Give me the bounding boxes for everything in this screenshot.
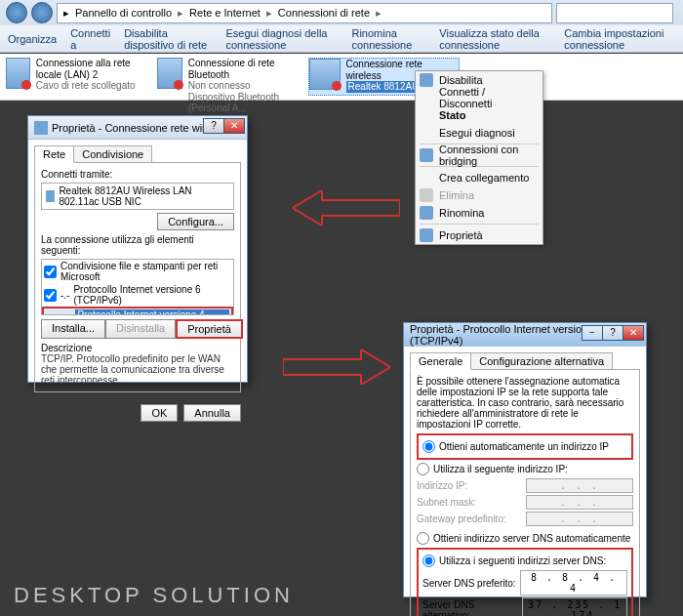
arrow-right-icon bbox=[283, 349, 390, 385]
properties-icon bbox=[420, 228, 433, 242]
arrow-left-icon bbox=[293, 190, 400, 226]
intro-text: È possibile ottenere l'assegnazione auto… bbox=[417, 376, 633, 430]
search-input[interactable] bbox=[556, 3, 673, 23]
connection-bluetooth[interactable]: Connessione di rete BluetoothNon conness… bbox=[157, 58, 308, 96]
desc-text: TCP/IP. Protocollo predefinito per le WA… bbox=[41, 353, 234, 386]
label-connetti-tramite: Connetti tramite: bbox=[41, 169, 234, 180]
ip-field: . . . bbox=[526, 478, 633, 493]
connection-lan[interactable]: Connessione alla rete locale (LAN) 2Cavo… bbox=[6, 58, 157, 96]
properties-window-wireless: Proprietà - Connessione rete wireless ? … bbox=[27, 115, 248, 383]
network-icon bbox=[309, 59, 341, 90]
disinstalla-button: Disinstalla bbox=[105, 319, 176, 339]
list-item-ipv4: -.-Protocollo Internet versione 4 (TCP/I… bbox=[42, 307, 233, 315]
address-bar[interactable]: ▸ Pannello di controllo▸ Rete e Internet… bbox=[57, 3, 552, 23]
help-button[interactable]: ? bbox=[203, 118, 224, 134]
toolbar: Organizza Connetti a Disabilita disposit… bbox=[0, 25, 683, 53]
radio-dns-manual[interactable]: Utilizza i seguenti indirizzi server DNS… bbox=[422, 554, 627, 567]
ctx-stato[interactable]: Stato bbox=[416, 106, 542, 124]
properties-window-ipv4: Proprietà - Protocollo Internet versione… bbox=[403, 322, 647, 597]
context-menu: Disabilita Connetti / Disconnetti Stato … bbox=[415, 70, 543, 245]
toolbar-disabilita[interactable]: Disabilita dispositivo di rete bbox=[124, 27, 212, 51]
watermark: DESKTOP SOLUTION bbox=[14, 583, 294, 608]
rename-icon bbox=[420, 206, 433, 220]
tab-condivisione[interactable]: Condivisione bbox=[73, 145, 152, 163]
toolbar-diagnosi[interactable]: Esegui diagnosi della connessione bbox=[226, 27, 339, 51]
list-item: Condivisione file e stampanti per reti M… bbox=[42, 260, 233, 283]
toolbar-visualizza[interactable]: Visualizza stato della connessione bbox=[439, 27, 550, 51]
installa-button[interactable]: Installa... bbox=[41, 319, 105, 339]
proprieta-button[interactable]: Proprietà bbox=[176, 319, 243, 339]
window-icon bbox=[34, 121, 48, 135]
breadcrumb[interactable]: Rete e Internet bbox=[187, 7, 262, 19]
toolbar-organizza[interactable]: Organizza bbox=[8, 33, 57, 45]
label-utilizza: La connessione utilizza gli elementi seg… bbox=[41, 234, 234, 256]
annulla-button[interactable]: Annulla bbox=[183, 404, 241, 422]
tab-generale[interactable]: Generale bbox=[410, 352, 471, 370]
dns-alt-field[interactable]: 37 . 235 . 1 . 174 bbox=[522, 597, 627, 616]
back-button[interactable] bbox=[6, 2, 27, 23]
breadcrumb[interactable]: Connessioni di rete bbox=[276, 7, 372, 19]
help-button[interactable]: ? bbox=[602, 325, 623, 341]
gateway-field: . . . bbox=[526, 512, 633, 526]
tab-alternativa[interactable]: Configurazione alternativa bbox=[470, 352, 613, 370]
delete-icon bbox=[420, 188, 433, 202]
ctx-connetti[interactable]: Connetti / Disconnetti bbox=[416, 89, 542, 106]
radio-ip-auto[interactable]: Ottieni automaticamente un indirizzo IP bbox=[422, 440, 627, 453]
breadcrumb[interactable]: Pannello di controllo bbox=[73, 7, 174, 19]
titlebar[interactable]: Proprietà - Protocollo Internet versione… bbox=[404, 323, 646, 347]
close-button[interactable]: ✕ bbox=[223, 118, 245, 134]
radio-ip-manual[interactable]: Utilizza il seguente indirizzo IP: bbox=[417, 463, 633, 475]
minimize-button[interactable]: − bbox=[582, 325, 603, 341]
toolbar-cambia[interactable]: Cambia impostazioni connessione bbox=[564, 27, 675, 51]
configura-button[interactable]: Configura... bbox=[157, 213, 234, 230]
ctx-proprieta[interactable]: Proprietà bbox=[416, 226, 542, 244]
network-icon bbox=[6, 58, 30, 89]
disable-icon bbox=[420, 73, 433, 87]
toolbar-rinomina[interactable]: Rinomina connessione bbox=[351, 27, 425, 51]
components-listbox[interactable]: Condivisione file e stampanti per reti M… bbox=[41, 259, 234, 315]
adapter-field: Realtek 8812AU Wireless LAN 802.11ac USB… bbox=[41, 183, 234, 210]
adapter-icon bbox=[46, 190, 55, 202]
list-item: -.-Protocollo Internet versione 6 (TCP/I… bbox=[42, 283, 233, 307]
label-descrizione: Descrizione bbox=[41, 343, 234, 353]
toolbar-connetti[interactable]: Connetti a bbox=[70, 27, 110, 51]
close-button[interactable]: ✕ bbox=[623, 325, 644, 341]
ctx-collegamento[interactable]: Crea collegamento bbox=[416, 169, 542, 186]
subnet-field: . . . bbox=[526, 495, 633, 510]
ctx-diagnosi[interactable]: Esegui diagnosi bbox=[416, 124, 542, 142]
ctx-bridging[interactable]: Connessioni con bridging bbox=[416, 146, 542, 164]
network-icon bbox=[157, 58, 182, 89]
ctx-rinomina[interactable]: Rinomina bbox=[416, 204, 542, 222]
ok-button[interactable]: OK bbox=[141, 404, 178, 422]
bridge-icon bbox=[420, 148, 433, 162]
titlebar[interactable]: Proprietà - Connessione rete wireless ? … bbox=[28, 116, 247, 140]
dns-pref-field[interactable]: 8 . 8 . 4 . 4 bbox=[520, 570, 627, 595]
tab-rete[interactable]: Rete bbox=[34, 145, 74, 163]
ctx-elimina: Elimina bbox=[416, 186, 542, 204]
radio-dns-auto[interactable]: Ottieni indirizzo server DNS automaticam… bbox=[417, 532, 633, 545]
forward-button[interactable] bbox=[31, 2, 53, 23]
